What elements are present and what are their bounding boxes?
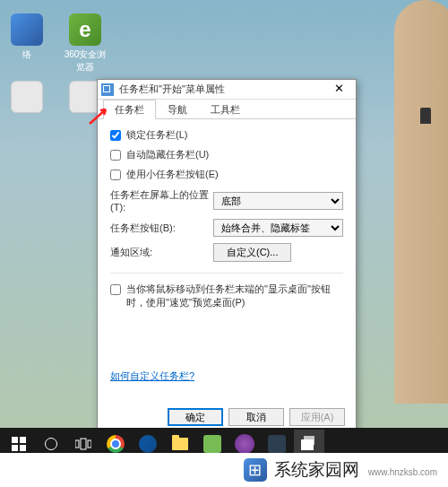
close-button[interactable]: ✕ [325,82,352,98]
svg-rect-8 [301,439,314,450]
checkbox-label: 自动隐藏任务栏(U) [126,148,209,161]
tab-taskbar[interactable]: 任务栏 [103,100,156,119]
tab-navigation[interactable]: 导航 [156,100,199,118]
checkbox-label: 使用小任务栏按钮(E) [126,168,219,181]
checkbox-label: 锁定任务栏(L) [126,128,187,142]
notification-label: 通知区域: [110,246,213,259]
window-stack-icon [301,436,317,450]
buttons-select[interactable]: 始终合并、隐藏标签 [213,219,343,237]
position-select[interactable]: 底部 [213,192,343,210]
autohide-taskbar-checkbox[interactable] [110,150,121,161]
peek-checkbox[interactable] [110,284,121,295]
icon-label: 360安全浏览器 [65,49,107,72]
window-title: 任务栏和"开始"菜单属性 [119,83,325,96]
lock-taskbar-checkbox[interactable] [110,130,121,141]
position-label: 任务栏在屏幕上的位置(T): [110,188,213,213]
app-icon [203,435,221,453]
ok-button[interactable]: 确定 [168,408,223,426]
svg-rect-6 [88,440,91,448]
desktop-icon[interactable]: 络 [4,13,49,61]
watermark-url: www.hnzksb.com [368,467,437,477]
svg-rect-2 [12,445,18,451]
svg-rect-1 [20,437,26,443]
customize-button[interactable]: 自定义(C)... [213,243,291,262]
small-buttons-checkbox[interactable] [110,170,121,180]
tab-strip: 任务栏 导航 工具栏 [98,100,356,119]
cortana-icon [45,438,57,450]
chrome-icon [107,435,125,453]
window-icon [101,83,114,96]
buttons-label: 任务栏按钮(B): [110,222,213,235]
checkbox-label: 当你将鼠标移动到任务栏末端的"显示桌面"按钮时，使用"速览"预览桌面(P) [126,283,343,310]
svg-rect-4 [75,440,79,448]
titlebar[interactable]: 任务栏和"开始"菜单属性 ✕ [98,80,356,100]
desktop-icon-browser[interactable]: 360安全浏览器 [63,13,108,74]
dark-icon [268,435,286,453]
tab-toolbars[interactable]: 工具栏 [199,100,252,118]
icon-label: 络 [22,49,31,59]
svg-rect-5 [81,439,86,449]
svg-rect-3 [20,445,26,451]
watermark: 系统家园网 www.hnzksb.com [0,453,448,487]
watermark-brand: 系统家园网 [274,458,359,482]
taskview-icon [75,438,91,450]
svg-rect-0 [12,437,18,443]
cancel-button[interactable]: 取消 [228,408,284,426]
browser-icon [69,13,101,46]
help-link[interactable]: 如何自定义任务栏? [110,370,194,381]
purple-icon [235,434,254,454]
desktop-icon[interactable] [4,81,49,116]
edge-icon [139,435,157,453]
taskbar-properties-dialog: 任务栏和"开始"菜单属性 ✕ 任务栏 导航 工具栏 锁定任务栏(L) 自动隐藏任… [97,79,357,436]
apply-button[interactable]: 应用(A) [289,408,345,426]
watermark-logo-icon [244,458,267,482]
folder-icon [172,438,188,450]
